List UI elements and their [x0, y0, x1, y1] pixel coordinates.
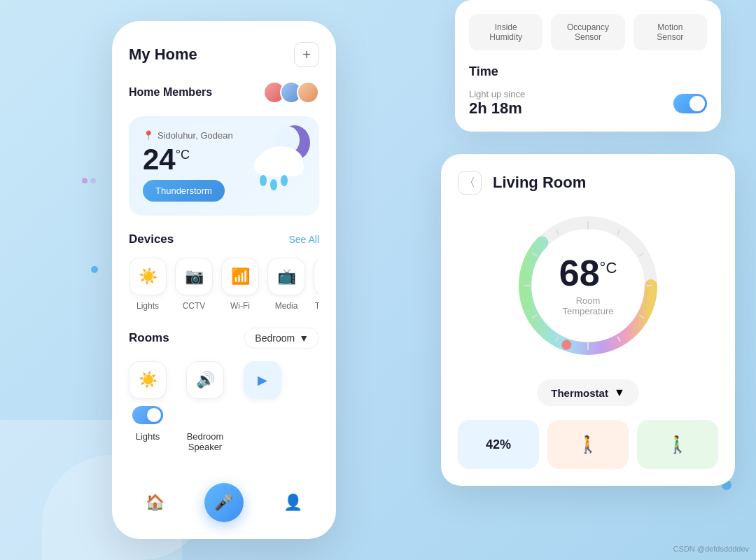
dot1-decoration	[91, 266, 98, 273]
thermostat-chevron-icon: ▼	[614, 386, 625, 399]
svg-point-8	[281, 175, 288, 186]
wifi-device-icon[interactable]: 📶	[221, 258, 259, 295]
thermostat-gauge: 68°C Room Temperature	[458, 209, 718, 363]
lights-toggle[interactable]	[132, 406, 163, 424]
media-device-label: Media	[275, 301, 298, 311]
devices-header: Devices See All	[129, 232, 319, 246]
time-label: Time	[469, 64, 707, 79]
add-button[interactable]: +	[294, 42, 319, 67]
person-icon: 🚶	[578, 435, 598, 454]
home-nav-icon[interactable]: 🏠	[146, 493, 164, 512]
bottom-nav: 🏠 🎤 👤	[112, 483, 336, 522]
phone-header: My Home +	[129, 42, 319, 67]
occupancy-sensor-tab[interactable]: OccupancySensor	[551, 14, 624, 50]
device-media: 📺 Media	[267, 258, 305, 311]
home-members-label: Home Members	[129, 86, 212, 99]
light-up-toggle[interactable]	[673, 94, 707, 113]
light-up-info: Light up since 2h 18m	[469, 89, 525, 118]
home-members-section: Home Members	[129, 81, 319, 104]
room-speaker-icon[interactable]: 🔊	[186, 361, 224, 399]
lights-device-label: Lights	[136, 301, 159, 311]
top-right-card: InsideHumidity OccupancySensor MotionSen…	[455, 0, 721, 132]
humidity-sensor-card: 42%	[458, 420, 539, 469]
device-thermostat: 🌡️ Thermost	[314, 258, 319, 311]
light-up-since-label: Light up since	[469, 89, 525, 99]
avatar-3	[297, 81, 319, 104]
devices-title: Devices	[129, 232, 174, 246]
humidity-sensor-tab[interactable]: InsideHumidity	[469, 14, 542, 50]
room-play-icon[interactable]: ▶	[244, 361, 281, 399]
device-wifi: 📶 Wi-Fi	[221, 258, 259, 311]
humidity-value: 42%	[486, 438, 511, 452]
motion-icon: 🚶‍♂️	[667, 435, 688, 454]
thermo-circle: 68°C Room Temperature	[511, 209, 665, 363]
room-speaker-item: 🔊 BedroomSpeaker	[186, 361, 224, 452]
app-title: My Home	[129, 46, 197, 64]
device-lights: ☀️ Lights	[129, 258, 167, 311]
weather-condition-button[interactable]: Thunderstorm	[143, 180, 225, 202]
room-speaker-label: BedroomSpeaker	[187, 431, 224, 452]
location-text: Sidoluhur, Godean	[158, 130, 233, 141]
watermark: CSDN @defdsddddev	[673, 545, 749, 553]
see-all-button[interactable]: See All	[288, 234, 319, 245]
lights-device-icon[interactable]: ☀️	[129, 258, 167, 295]
cctv-device-label: CCTV	[183, 301, 206, 311]
plus-icon: +	[302, 47, 311, 63]
temp-value: 24°C	[143, 143, 190, 176]
chevron-down-icon: ▼	[299, 332, 309, 344]
svg-point-7	[270, 179, 277, 190]
thermo-inner: 68°C Room Temperature	[559, 255, 617, 316]
dots-group-decoration	[80, 175, 97, 188]
media-device-icon[interactable]: 📺	[267, 258, 305, 295]
thermostat-device-label: Thermost	[315, 301, 319, 311]
room-lights-label: Lights	[136, 431, 160, 442]
svg-point-6	[260, 175, 267, 186]
motion-sensor-card: 🚶‍♂️	[637, 420, 718, 469]
time-row: Light up since 2h 18m	[469, 89, 707, 118]
living-room-title: Living Room	[493, 174, 586, 192]
living-room-header: 〈 Living Room	[458, 171, 718, 195]
rooms-header: Rooms Bedroom ▼	[129, 328, 319, 349]
light-up-time-value: 2h 18m	[469, 99, 525, 118]
thermostat-dropdown[interactable]: Thermostat ▼	[537, 379, 639, 406]
mic-button[interactable]: 🎤	[204, 483, 244, 522]
weather-card: 📍 Sidoluhur, Godean 24°C Thunderstorm	[129, 116, 319, 216]
bottom-sensors: 42% 🚶 🚶‍♂️	[458, 420, 718, 469]
weather-cloud-illustration	[242, 123, 319, 193]
back-button[interactable]: 〈	[458, 171, 482, 195]
thermostat-dropdown-label: Thermostat	[551, 387, 608, 399]
sensor-tabs: InsideHumidity OccupancySensor MotionSen…	[469, 14, 707, 50]
chevron-left-icon: 〈	[464, 176, 475, 190]
wifi-device-label: Wi-Fi	[230, 301, 250, 311]
room-lights-icon[interactable]: ☀️	[129, 361, 167, 399]
thermo-temp-value: 68°C	[559, 255, 617, 291]
living-room-card: 〈 Living Room	[441, 154, 735, 486]
motion-sensor-tab[interactable]: MotionSensor	[634, 14, 707, 50]
device-cctv: 📷 CCTV	[175, 258, 213, 311]
devices-grid: ☀️ Lights 📷 CCTV 📶 Wi-Fi 📺 Media 🌡️ Ther…	[129, 258, 319, 311]
thermostat-device-icon[interactable]: 🌡️	[314, 258, 319, 295]
time-section: Time Light up since 2h 18m	[469, 64, 707, 118]
rooms-title: Rooms	[129, 331, 169, 345]
location-pin-icon: 📍	[143, 130, 154, 141]
room-dropdown-label: Bedroom	[255, 332, 295, 344]
avatars-group	[263, 81, 319, 104]
thermo-sub-label: Room Temperature	[559, 295, 617, 316]
svg-point-5	[263, 147, 291, 172]
cloud-svg	[242, 123, 319, 193]
profile-nav-icon[interactable]: 👤	[284, 493, 302, 512]
person-sensor-card: 🚶	[547, 420, 629, 469]
room-dropdown[interactable]: Bedroom ▼	[244, 328, 319, 349]
room-lights-item: ☀️ Lights	[129, 361, 167, 452]
left-phone-panel: My Home + Home Members 📍 Sidoluhur, Gode…	[112, 21, 336, 539]
cctv-device-icon[interactable]: 📷	[175, 258, 213, 295]
room-devices-list: ☀️ Lights 🔊 BedroomSpeaker ▶	[129, 361, 319, 452]
room-play-item: ▶	[244, 361, 281, 452]
